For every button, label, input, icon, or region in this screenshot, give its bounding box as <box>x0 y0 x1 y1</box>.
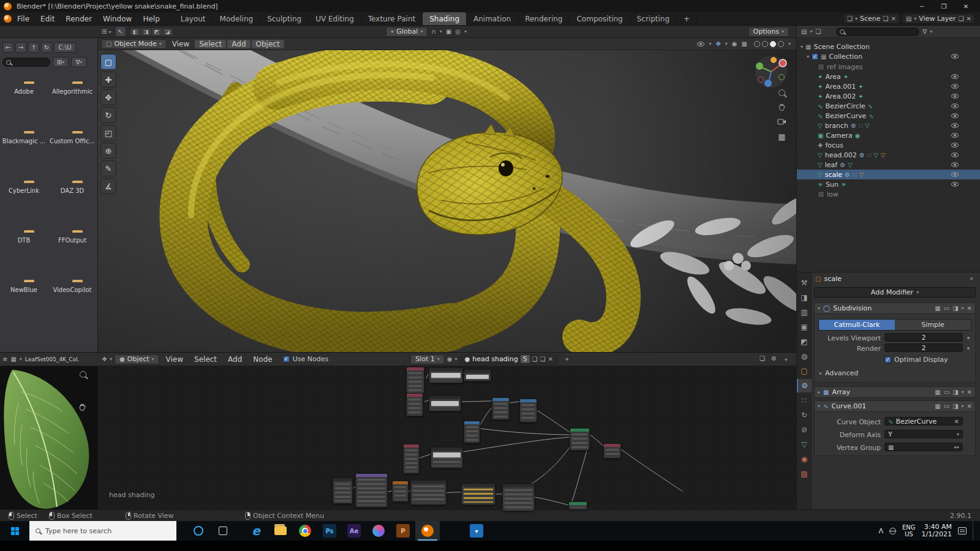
hide-icon[interactable] <box>951 152 959 157</box>
render-levels-field[interactable]: 2 <box>884 343 963 352</box>
proportional-edit-icon[interactable]: ◎ <box>455 28 461 35</box>
deform-axis-dropdown[interactable]: Y ▾ <box>884 430 963 438</box>
up-button[interactable]: ↑ <box>28 42 39 53</box>
network-icon[interactable] <box>889 528 896 534</box>
task-view-button[interactable] <box>211 521 235 541</box>
tab-animation[interactable]: Animation <box>467 12 518 25</box>
render-tab-icon[interactable]: ◨ <box>797 291 812 304</box>
start-button[interactable] <box>0 521 29 541</box>
rotate-tool[interactable]: ↻ <box>100 107 116 123</box>
item-checkbox[interactable] <box>818 64 824 70</box>
active-tool-icon[interactable]: ↖ <box>115 26 126 37</box>
shader-node[interactable] <box>570 428 590 451</box>
annotate-tool[interactable]: ✎ <box>100 160 116 176</box>
tab-uv-editing[interactable]: UV Editing <box>309 12 361 25</box>
shader-node[interactable] <box>502 484 535 511</box>
outliner-search-input[interactable] <box>836 28 919 36</box>
refresh-button[interactable]: ↻ <box>41 42 52 53</box>
language-indicator[interactable]: ENG US <box>902 524 916 538</box>
mode-dropdown[interactable]: ▢Object Mode▾ <box>101 39 167 49</box>
outliner-display-icon[interactable]: ❏ <box>815 28 821 35</box>
scene-tab-icon[interactable]: ◩ <box>797 335 812 348</box>
item-checkbox[interactable] <box>818 191 824 198</box>
hide-icon[interactable] <box>951 84 959 89</box>
folder-custom-office[interactable]: Custom Offic... <box>48 133 96 144</box>
hide-icon[interactable] <box>951 143 959 148</box>
minimize-button[interactable]: − <box>911 3 932 10</box>
orange-app-icon[interactable]: P <box>391 521 415 541</box>
add-modifier-button[interactable]: Add Modifier▾ <box>814 287 976 298</box>
hide-icon[interactable] <box>951 162 959 167</box>
hide-icon[interactable] <box>951 172 959 177</box>
zoom-icon[interactable] <box>778 89 785 96</box>
shading-rendered-icon[interactable] <box>778 41 784 47</box>
blender-taskbar-icon[interactable] <box>415 521 440 541</box>
hide-icon[interactable] <box>951 103 959 108</box>
pin-material-icon[interactable]: ⌖ <box>565 356 569 363</box>
photoshop-icon[interactable]: Ps <box>317 521 342 541</box>
catmull-clark-button[interactable]: Catmull-Clark <box>819 320 895 330</box>
unlink-scene-icon[interactable]: ✕ <box>891 15 896 22</box>
outliner-item-sun[interactable]: ☀ Sun ☀ <box>797 179 980 189</box>
camera-view-icon[interactable] <box>777 118 786 126</box>
folder-blackmagic[interactable]: Blackmagic ... <box>0 133 48 144</box>
shader-node[interactable] <box>464 369 491 381</box>
view-layer-selector[interactable]: ▤▾ View Layer ❏ ✕ <box>902 13 975 24</box>
outliner-item-beziercircle[interactable]: ∿ BezierCircle ∿ <box>797 101 980 111</box>
shader-node[interactable] <box>406 367 424 394</box>
world-tab-icon[interactable]: ◍ <box>797 350 812 363</box>
shading-wireframe-icon[interactable] <box>754 41 760 47</box>
outliner-item-branch[interactable]: ▽ branch ⚙ ∷ ▽ <box>797 121 980 130</box>
mode-icon-3[interactable]: ◩ <box>152 28 163 36</box>
mode-icon-4[interactable]: ◪ <box>162 28 173 36</box>
outliner-item-scale[interactable]: ▽ scale ⚙ ∷ ▽ <box>797 170 980 179</box>
pan-hand-icon[interactable] <box>78 403 87 411</box>
edit-mode-toggle-icon[interactable]: ▦ <box>935 305 940 312</box>
outliner-item-head002[interactable]: ▽ head.002 ⚙ ∷ ▽ ▽ <box>797 150 980 160</box>
texture-tab-icon[interactable]: ▨ <box>797 467 812 481</box>
measure-tool[interactable]: ∡ <box>100 178 116 194</box>
3d-viewport[interactable]: ▢Object Mode▾ View Select Add Object ▾ ✥… <box>98 38 796 352</box>
object-tab-icon[interactable]: ▢ <box>797 364 812 378</box>
visibility-dropdown-icon[interactable] <box>697 42 704 47</box>
scene-selector[interactable]: ❏▾ Scene ❏ ✕ <box>843 13 900 24</box>
output-tab-icon[interactable]: ▥ <box>797 305 812 319</box>
folder-newblue[interactable]: NewBlue <box>0 282 48 293</box>
menu-edit[interactable]: Edit <box>35 12 60 25</box>
unlink-material-icon[interactable]: ✕ <box>548 356 553 362</box>
levels-viewport-field[interactable]: 2 <box>884 333 963 342</box>
shader-node[interactable] <box>568 501 587 510</box>
file-explorer-icon[interactable] <box>268 521 293 541</box>
folder-adobe[interactable]: Adobe <box>0 84 48 95</box>
viewport-render[interactable] <box>98 50 796 352</box>
after-effects-icon[interactable]: Ae <box>342 521 366 541</box>
shader-menu-view[interactable]: View <box>162 355 187 364</box>
move-tool[interactable]: ✥ <box>100 89 116 105</box>
firefox-icon[interactable] <box>440 521 464 541</box>
close-button[interactable]: ✕ <box>956 3 976 10</box>
outliner-item-area[interactable]: ✦ Area ✦ <box>797 72 980 81</box>
taskbar-search[interactable]: Type here to search <box>29 521 176 541</box>
modifier-tab-icon[interactable]: ⚙ <box>797 379 812 392</box>
clear-icon[interactable]: ✕ <box>954 418 959 425</box>
particles-tab-icon[interactable]: ∷ <box>797 394 812 407</box>
hide-icon[interactable] <box>951 113 959 118</box>
shader-node[interactable] <box>519 399 537 422</box>
file-search-input[interactable] <box>2 58 50 67</box>
outliner-item-focus[interactable]: ✚ focus <box>797 140 980 150</box>
transform-orientation-dropdown[interactable]: ⌖ Global▾ <box>386 27 428 37</box>
collection-checkbox[interactable]: ✓ <box>812 53 818 60</box>
outliner-item-area001[interactable]: ✦ Area.001 ✦ <box>797 81 980 91</box>
tab-compositing[interactable]: Compositing <box>570 12 630 25</box>
scale-tool[interactable]: ◰ <box>100 125 116 141</box>
menu-window[interactable]: Window <box>97 12 137 25</box>
shader-node[interactable] <box>333 478 353 504</box>
remove-view-layer-icon[interactable]: ✕ <box>967 15 971 22</box>
forward-button[interactable]: → <box>15 42 26 53</box>
simple-button[interactable]: Simple <box>895 320 971 330</box>
shading-dropdown-icon[interactable]: ▾ <box>788 41 791 47</box>
xray-toggle-icon[interactable]: ▦ <box>742 40 747 47</box>
shader-menu-select[interactable]: Select <box>190 355 221 364</box>
folder-ffoutput[interactable]: FFOutput <box>48 233 96 244</box>
overlay-add-icon[interactable]: ＋ <box>783 355 789 364</box>
